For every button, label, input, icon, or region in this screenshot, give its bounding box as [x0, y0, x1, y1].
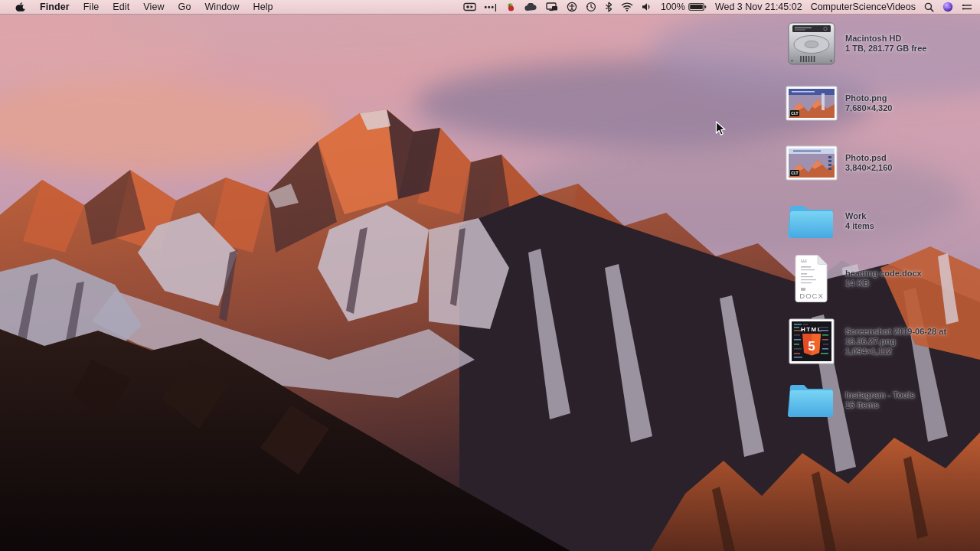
- desktop-icon-screenshot-png[interactable]: HTML 5 Screenshot 2019-06-28 at 16.36.27…: [786, 317, 977, 366]
- desktop-icon-work-folder[interactable]: Work 4 items: [786, 201, 977, 242]
- icon-info: 4 items: [845, 221, 874, 231]
- icon-name: Work: [845, 211, 874, 221]
- accessibility-icon[interactable]: [567, 0, 577, 14]
- icon-name: Macintosh HD: [845, 34, 926, 44]
- thumbnail-badge-text: CLT: [791, 171, 798, 175]
- menu-bar-account-name[interactable]: ComputerScienceVideos: [811, 2, 916, 12]
- menu-bar-clock[interactable]: Wed 3 Nov 21:45:02: [715, 2, 802, 12]
- icon-name: Instagram - Tools: [845, 390, 915, 400]
- icon-label: Work 4 items: [845, 211, 874, 231]
- input-dots-icon[interactable]: •••|: [485, 0, 498, 14]
- battery-icon: [688, 2, 707, 11]
- thumbnail-badge-text: CLT: [791, 111, 798, 116]
- icon-name: Photo.png: [845, 93, 892, 103]
- icon-info: 1 TB, 281.77 GB free: [845, 44, 926, 54]
- menu-item-help[interactable]: Help: [247, 0, 280, 14]
- docx-label-text: DOCX: [799, 292, 823, 300]
- icon-label: Photo.png 7,680×4,320: [845, 93, 892, 113]
- icon-info: 7,680×4,320: [845, 103, 892, 113]
- icon-label: Screenshot 2019-06-28 at 16.36.27.png 1,…: [845, 327, 975, 357]
- cloud-icon[interactable]: [524, 0, 537, 14]
- image-thumbnail-icon: CLT: [786, 145, 838, 181]
- icon-name: heading code.docx: [845, 269, 922, 279]
- icon-label: Instagram - Tools 16 items: [845, 390, 915, 410]
- icon-name: Screenshot 2019-06-28 at 16.36.27.png: [845, 327, 975, 347]
- icon-name: Photo.psd: [845, 153, 892, 163]
- desktop[interactable]: Finder File Edit View Go Window Help •••…: [0, 0, 980, 551]
- icon-label: Macintosh HD 1 TB, 281.77 GB free: [845, 34, 926, 54]
- icon-label: heading code.docx 14 KB: [845, 269, 922, 289]
- hard-drive-icon: [786, 21, 838, 66]
- spotlight-search-icon[interactable]: [924, 0, 934, 14]
- html5-logo-number: 5: [808, 339, 815, 354]
- menu-bar-status: •••|: [463, 0, 980, 14]
- bluetooth-icon[interactable]: [605, 0, 612, 14]
- wifi-icon[interactable]: [621, 0, 633, 14]
- apple-icon: [15, 2, 25, 13]
- docx-document-icon: DOCX: [786, 254, 838, 303]
- desktop-icon-instagram-tools-folder[interactable]: Instagram - Tools 16 items: [786, 380, 977, 421]
- html5-logo-word: HTML: [801, 326, 822, 333]
- volume-icon[interactable]: [642, 0, 652, 14]
- desktop-icon-photo-psd[interactable]: CLT Photo.psd 3,840×2,160: [786, 144, 977, 182]
- apple-menu[interactable]: [9, 0, 33, 14]
- menu-item-file[interactable]: File: [77, 0, 106, 14]
- screen-recording-icon[interactable]: [463, 0, 476, 14]
- icon-label: Photo.psd 3,840×2,160: [845, 153, 892, 173]
- icon-info: 3,840×2,160: [845, 163, 892, 173]
- mouse-cursor: [715, 121, 727, 137]
- menu-item-view[interactable]: View: [136, 0, 171, 14]
- menu-item-edit[interactable]: Edit: [106, 0, 136, 14]
- menu-item-finder[interactable]: Finder: [33, 0, 77, 14]
- icon-info: 14 KB: [845, 279, 922, 289]
- desktop-icon-macintosh-hd[interactable]: Macintosh HD 1 TB, 281.77 GB free: [786, 20, 977, 67]
- notification-center-icon[interactable]: [962, 0, 972, 14]
- menu-bar-left: Finder File Edit View Go Window Help: [0, 0, 280, 14]
- icon-info: 1,094×1,112: [845, 347, 975, 357]
- battery-percent: 100%: [661, 2, 685, 12]
- menu-bar: Finder File Edit View Go Window Help •••…: [0, 0, 980, 15]
- desktop-icon-heading-code-docx[interactable]: DOCX heading code.docx 14 KB: [786, 253, 977, 305]
- displays-icon[interactable]: [546, 0, 558, 14]
- menu-item-window[interactable]: Window: [198, 0, 246, 14]
- image-thumbnail-icon: CLT: [786, 86, 838, 121]
- time-machine-icon[interactable]: [586, 0, 596, 14]
- folder-icon: [786, 381, 838, 419]
- battery-status[interactable]: 100%: [661, 2, 707, 12]
- siri-icon[interactable]: [942, 0, 953, 14]
- folder-icon: [786, 202, 838, 240]
- parrot-app-icon[interactable]: [506, 0, 516, 14]
- desktop-icon-photo-png[interactable]: CLT Photo.png 7,680×4,320: [786, 84, 977, 122]
- screenshot-thumbnail-icon: HTML 5: [786, 318, 838, 364]
- icon-info: 16 items: [845, 400, 915, 410]
- menu-item-go[interactable]: Go: [172, 0, 198, 14]
